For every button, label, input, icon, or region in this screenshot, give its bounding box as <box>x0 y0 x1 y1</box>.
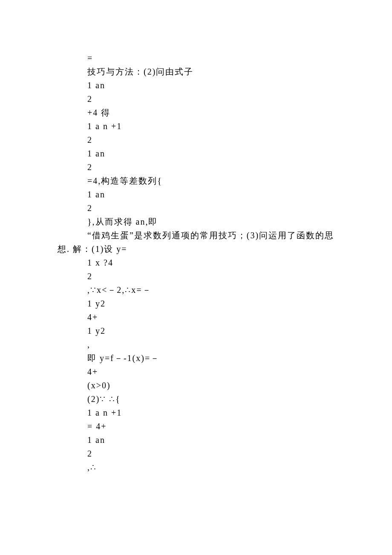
text-line: +4 得 <box>0 106 392 119</box>
text-line: 1 y2 <box>0 297 392 310</box>
document-page: =技巧与方法：(2)问由式子1 an2+4 得1 a n +121 an2=4,… <box>0 0 392 555</box>
text-line: 2 <box>0 160 392 174</box>
text-line: 2 <box>0 201 392 215</box>
text-line: 4+ <box>0 310 392 324</box>
text-line: 1 y2 <box>0 324 392 338</box>
text-line: 1 an <box>0 78 392 92</box>
text-line: 1 a n +1 <box>0 406 392 419</box>
text-line: 1 x ?4 <box>0 256 392 269</box>
text-line: ,∵x<－2,∴x=－ <box>0 283 392 297</box>
text-line: (2)∵ ∴{ <box>0 392 392 406</box>
text-line: ,∴ <box>0 460 392 474</box>
text-line: 1 a n +1 <box>0 119 392 133</box>
text-line: 4+ <box>0 365 392 379</box>
text-line: “借鸡生蛋”是求数列通项的常用技巧；(3)问运用了函数的思 <box>0 228 392 242</box>
text-line: 2 <box>0 92 392 106</box>
text-line: 1 an <box>0 147 392 160</box>
text-line: 技巧与方法：(2)问由式子 <box>0 65 392 78</box>
text-line: = <box>0 51 392 65</box>
text-line: 1 an <box>0 188 392 201</box>
text-line: 2 <box>0 269 392 283</box>
text-line: =4,构造等差数列{ <box>0 174 392 188</box>
text-line: (x>0) <box>0 379 392 392</box>
text-line: = 4+ <box>0 419 392 433</box>
text-line: 想. 解：(1)设 y= <box>0 242 392 256</box>
text-line: 即 y=f－-1(x)=－ <box>0 351 392 365</box>
text-line: 1 an <box>0 433 392 447</box>
text-line: 2 <box>0 133 392 147</box>
text-line: },从而求得 an,即 <box>0 215 392 228</box>
text-line: , <box>0 338 392 351</box>
text-line: 2 <box>0 447 392 460</box>
